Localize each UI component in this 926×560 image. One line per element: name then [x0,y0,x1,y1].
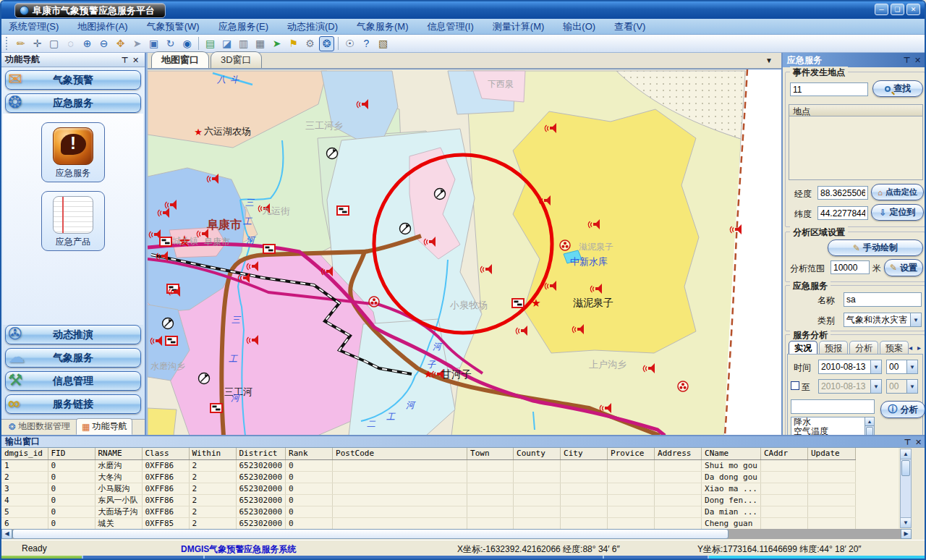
menu-item[interactable]: 气象服务(M) [357,20,409,33]
service-type-select[interactable]: 气象和洪水灾害 ▼ [844,313,922,327]
column-header[interactable]: FID [48,448,95,459]
dropdown-icon[interactable]: ▼ [870,380,881,393]
close-icon[interactable]: ✕ [130,55,141,65]
menu-item[interactable]: 应急服务(E) [218,20,268,33]
zoom-in-icon[interactable]: ⊕ [80,36,95,51]
dropdown-icon[interactable]: ▼ [870,360,881,373]
map-canvas[interactable]: ★★★★八斗下西泉六运湖农场三工河乡九运街阜康市城关镇阜康市小泉牧场滋泥泉子滋泥… [148,69,781,435]
column-header[interactable]: District [236,448,286,459]
column-header[interactable]: Address [655,448,702,459]
scroll-up-icon[interactable]: ▲ [901,449,911,459]
selected-element-box[interactable] [791,399,875,414]
pan-hand-icon[interactable]: ✥ [113,36,128,51]
scroll-up-icon[interactable]: ▲ [865,417,874,426]
pin-icon[interactable]: ⊤ [902,437,913,447]
bookmark-pin-icon[interactable]: ⚑ [286,36,301,51]
menu-item[interactable]: 测量计算(M) [493,20,545,33]
menu-item[interactable]: 系统管理(S) [9,20,59,33]
scroll-down-icon[interactable]: ▼ [901,517,911,527]
column-header[interactable]: CAddr [760,448,807,459]
map-layers-icon[interactable]: ▤ [203,36,218,51]
help-icon[interactable]: ? [359,36,374,51]
set-range-button[interactable]: ✎ 设置 [884,259,923,276]
menu-item[interactable]: 动态推演(D) [287,20,338,33]
manual-draw-button[interactable]: ✎ 手动绘制 [828,239,923,256]
date-to-select[interactable]: 2010-08-13 ▼ [818,379,882,394]
tab-地图数据管理[interactable]: ❂地图数据管理 [3,418,76,435]
latitude-input[interactable] [817,206,868,220]
column-header[interactable]: Class [142,448,189,459]
column-header[interactable]: County [514,448,561,459]
pin-icon[interactable]: ⊤ [119,55,130,65]
zoom-out-icon[interactable]: ⊖ [96,36,111,51]
column-header[interactable]: Rank [286,448,333,459]
list-item[interactable]: 空气温度 [791,427,865,435]
settings-icon[interactable]: ⚙ [302,36,318,51]
hour-to-select[interactable]: 00 ▼ [886,379,918,394]
date-select[interactable]: 2010-08-13 ▼ [818,360,882,374]
image-overview-icon[interactable]: ◪ [219,36,234,51]
close-button[interactable]: ✕ [906,4,920,15]
sidebar-item-气象服务[interactable]: ☁气象服务 [5,348,141,368]
tab-功能导航[interactable]: ▦功能导航 [76,418,132,435]
tab-scroll-right-icon[interactable]: ▸ [916,344,922,352]
select-feature-icon[interactable]: ➤ [269,36,284,51]
pin-icon[interactable]: ⊤ [901,55,912,65]
search-button[interactable]: 查找 [872,80,923,97]
refresh-icon[interactable]: ↻ [163,36,178,51]
scroll-right-icon[interactable]: ▶ [901,529,912,539]
close-icon[interactable]: ✕ [912,55,923,65]
pan-select-icon[interactable]: ✛ [30,36,45,51]
click-locate-button[interactable]: ⌂ 点击定位 [871,184,924,200]
table-row[interactable]: 50大面场子沟0XFF8626523020000Da mian ... [1,506,855,517]
tab-地图窗口[interactable]: 地图窗口 [151,51,209,68]
table-horizontal-scrollbar[interactable]: ◀ ▶ [1,529,912,539]
table-row[interactable]: 60城关0XFF8526523020000Cheng guan [1,517,855,529]
print-icon[interactable]: ▥ [236,36,251,51]
range-input[interactable] [831,260,870,274]
to-checkbox[interactable] [791,381,799,390]
export-image-icon[interactable]: ▧ [375,36,391,51]
tab-scroll-left-icon[interactable]: ◂ [907,344,914,352]
globe-service-icon[interactable]: ❂ [319,36,334,51]
longitude-input[interactable] [817,186,868,200]
sidebar-item-服务链接[interactable]: ∞服务链接 [5,394,141,414]
tab-预案[interactable]: 预案 [880,341,909,355]
tab-分析[interactable]: 分析 [849,341,878,355]
tab-3D窗口[interactable]: 3D窗口 [211,51,262,68]
minimize-button[interactable]: ─ [875,4,888,15]
rect-select-icon[interactable]: ▢ [46,36,61,51]
column-header[interactable]: Within [189,448,236,459]
element-listbox[interactable]: 降水空气温度 ▲ [791,417,875,435]
analyze-button[interactable]: ⓘ 分析 [880,401,925,418]
column-header[interactable]: PostCode [333,448,467,459]
menu-item[interactable]: 气象预警(W) [147,20,200,33]
scroll-left-icon[interactable]: ◀ [1,529,12,539]
scrollbar-thumb[interactable] [12,529,729,539]
table-row[interactable]: 30小马厩沟0XFF8626523020000Xiao ma ... [1,483,855,494]
table-row[interactable]: 20大冬沟0XFF8626523020000Da dong gou [1,471,855,483]
zoom-history-icon[interactable]: ◉ [179,36,195,51]
shortcut-应急产品[interactable]: 应急产品 [41,191,105,251]
table-vertical-scrollbar[interactable]: ▲ ▼ [900,449,912,528]
menu-item[interactable]: 信息管理(I) [428,20,474,33]
pointer-icon[interactable]: ➤ [129,36,145,51]
tab-实况[interactable]: 实况 [789,341,817,355]
eye-icon[interactable]: ☉ [342,36,357,51]
measure-icon[interactable]: ✏ [13,36,28,51]
column-header[interactable]: CName [702,448,761,459]
sidebar-item-应急服务[interactable]: ❂应急服务 [5,93,141,113]
goto-location-button[interactable]: ⇩ 定位到 [871,204,924,221]
lasso-select-icon[interactable]: ◌ [63,36,78,51]
column-header[interactable]: RNAME [95,448,142,459]
sidebar-item-动态推演[interactable]: ✇动态推演 [5,325,141,344]
full-extent-icon[interactable]: ▣ [146,36,161,51]
listbox-scrollbar[interactable]: ▲ [865,417,874,435]
service-name-input[interactable] [844,292,922,307]
print-preview-icon[interactable]: ▦ [252,36,268,51]
menu-item[interactable]: 地图操作(A) [77,20,127,33]
restore-button[interactable]: ❏ [891,4,904,15]
location-search-input[interactable] [790,82,868,96]
column-header[interactable]: City [561,448,608,459]
dropdown-icon[interactable]: ▼ [906,360,917,373]
